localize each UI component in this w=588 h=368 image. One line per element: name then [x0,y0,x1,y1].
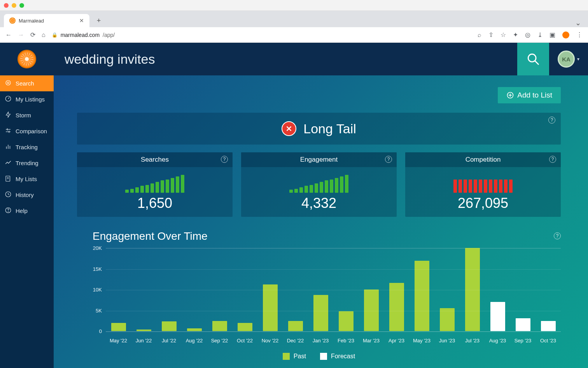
key-icon[interactable]: ⌕ [478,31,481,38]
x-tick: Jun '23 [434,338,460,344]
chart-bar [460,248,485,331]
share-icon[interactable]: ⇪ [488,31,494,38]
sidebar-item-help[interactable]: Help [0,203,54,219]
stat-label: Competition [466,156,501,163]
browser-tab[interactable]: Marmalead ✕ [4,14,89,27]
lock-icon: 🔒 [52,32,58,38]
window-min-dot[interactable] [12,3,16,8]
tabs-menu-icon[interactable]: ⌄ [575,19,581,27]
forward-icon[interactable]: → [18,31,24,38]
chart-bar [156,321,182,331]
clock-icon [5,191,12,199]
orange-icon [18,50,36,68]
y-tick: 0 [99,328,102,334]
kebab-icon[interactable]: ⋮ [576,31,583,38]
chart-bar [308,295,333,331]
x-tick: May '22 [106,338,131,344]
add-to-list-button[interactable]: Add to List [498,87,561,103]
spark-bars [289,173,348,193]
app-logo[interactable] [0,43,54,75]
sidebar-item-search[interactable]: Search [0,75,54,91]
x-tick: Jul '23 [460,338,485,344]
extension-badge[interactable] [562,31,569,38]
sidebar-item-storm[interactable]: Storm [0,107,54,123]
sidebar-item-comparison[interactable]: Comparison [0,123,54,139]
bar-past [238,323,252,331]
window-close-dot[interactable] [4,3,9,8]
svg-point-2 [6,80,10,85]
bar-forecast [516,318,530,331]
x-tick: Aug '22 [182,338,207,344]
x-tick: Sep '22 [207,338,232,344]
sidebar-item-history[interactable]: History [0,187,54,203]
y-tick: 10K [93,287,102,293]
x-tick: Dec '22 [283,338,308,344]
plus-circle-icon [506,91,514,99]
bar-past [136,330,151,331]
new-tab-button[interactable]: + [93,15,104,26]
sidebar-item-my-listings[interactable]: My Listings [0,91,54,107]
caret-down-icon: ▾ [577,56,579,62]
url-field[interactable]: 🔒 marmalead.com/app/ [52,32,471,38]
bar-past [465,248,480,331]
sidebar-item-trending[interactable]: Trending [0,155,54,171]
star-icon[interactable]: ☆ [500,31,506,38]
bar-past [111,323,126,331]
sidebar-item-label: Search [16,80,34,87]
avatar: KA [558,51,575,68]
help-icon[interactable]: ? [221,156,228,163]
search-button[interactable] [517,43,549,75]
chart-bar [283,321,308,331]
search-icon [527,52,540,66]
x-tick: Jun '22 [131,338,156,344]
window-max-dot[interactable] [19,3,24,8]
bar-forecast [490,302,505,331]
legend-forecast: Forecast [320,353,355,360]
user-menu[interactable]: KA ▾ [549,43,588,75]
home-icon[interactable]: ⌂ [42,31,46,38]
panel-icon[interactable]: ▣ [550,31,555,38]
target-icon [5,79,12,87]
help-icon[interactable]: ? [549,156,556,163]
help-icon[interactable]: ? [548,117,555,124]
longtail-label: Long Tail [303,121,356,136]
chrome-tab-strip: Marmalead ✕ + ⌄ [0,11,588,27]
chart-bar [257,284,283,331]
reload-icon[interactable]: ⟳ [30,31,35,38]
tab-close-icon[interactable]: ✕ [79,17,84,24]
sidebar-item-my-lists[interactable]: My Lists [0,171,54,187]
window-controls [0,0,588,11]
bar-past [415,261,429,331]
x-tick: Jul '22 [156,338,182,344]
help-icon[interactable]: ? [385,156,392,163]
stat-value: 1,650 [137,195,172,211]
back-icon[interactable]: ← [5,31,12,38]
chart-bar [333,311,359,331]
page-title: wedding invites [54,52,517,67]
spark-bars [125,173,184,193]
chart-title: Engagement Over Time [93,230,561,242]
help-icon[interactable]: ? [554,232,561,239]
sidebar-item-label: History [16,192,34,198]
y-tick: 20K [93,245,102,251]
svg-point-18 [8,211,9,212]
stat-label: Searches [141,156,169,163]
svg-point-0 [528,54,536,62]
chart-bar [510,318,536,331]
extensions-icon[interactable]: ✦ [513,31,518,38]
bar-past [187,328,202,331]
sidebar-item-label: Tracking [16,144,38,150]
leaf-icon[interactable]: ◎ [525,31,530,38]
sidebar-item-tracking[interactable]: Tracking [0,139,54,155]
sidebar-item-label: Help [16,208,28,214]
bar-past [263,284,278,331]
bar-past [339,311,354,331]
stat-header: Competition ? [405,152,561,167]
sidebar-item-label: Storm [16,112,31,119]
stat-competition: Competition ? 267,095 [405,152,561,217]
url-path: /app/ [103,32,115,38]
download-icon[interactable]: ⤓ [537,31,542,38]
x-tick: May '23 [409,338,434,344]
tab-title: Marmalead [19,18,44,24]
bars-icon [5,143,12,151]
